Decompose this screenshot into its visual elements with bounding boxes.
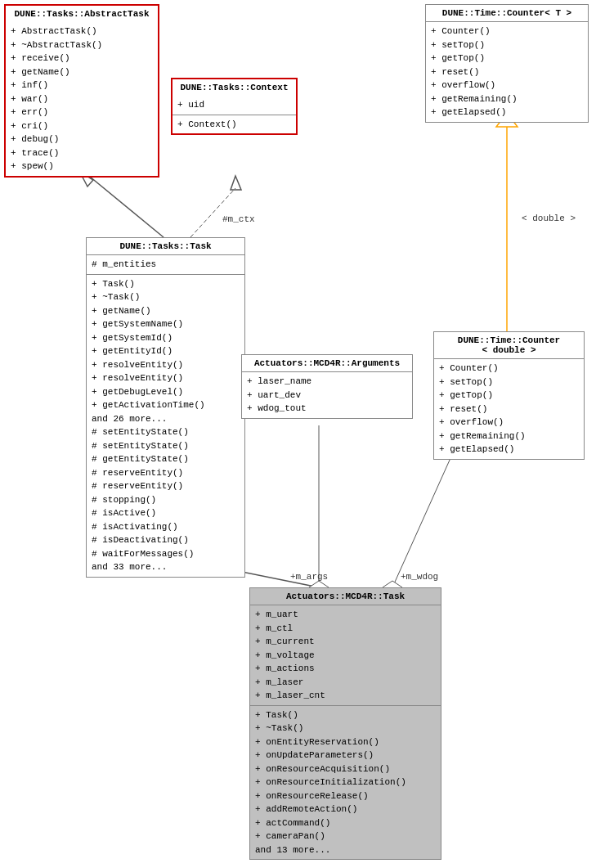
task-box: DUNE::Tasks::Task # m_entities + Task() … [86,237,245,578]
task-entities: # m_entities [87,255,244,275]
abstract-task-box: DUNE::Tasks::AbstractTask + AbstractTask… [4,4,159,178]
mcd4r-task-attributes: + m_uart + m_ctl + m_current + m_voltage… [250,605,441,706]
mcd4r-task-methods: + Task() + ~Task() + onEntityReservation… [250,706,441,860]
m-args-label: +m_args [290,572,328,582]
context-constructor: + Context() [173,115,296,134]
counter-double-members: + Counter() + setTop() + getTop() + rese… [434,359,584,459]
counter-t-members: + Counter() + setTop() + getTop() + rese… [426,22,588,122]
context-uid: + uid [173,96,296,115]
task-members: + Task() + ~Task() + getName() + getSyst… [87,275,244,577]
task-title: DUNE::Tasks::Task [87,238,244,255]
m-wdog-label: +m_wdog [401,572,438,582]
arguments-members: + laser_name + uart_dev + wdog_tout [242,372,412,418]
svg-line-15 [392,442,458,587]
mcd4r-task-title: Actuators::MCD4R::Task [250,588,441,605]
arguments-box: Actuators::MCD4R::Arguments + laser_name… [241,354,413,419]
arguments-title: Actuators::MCD4R::Arguments [242,355,412,372]
context-box: DUNE::Tasks::Context + uid + Context() [171,78,298,135]
abstract-task-title: DUNE::Tasks::AbstractTask [6,6,158,22]
double-label: < double > [522,214,576,223]
abstract-task-members: + AbstractTask() + ~AbstractTask() + rec… [6,22,158,176]
counter-double-box: DUNE::Time::Counter< double > + Counter(… [433,331,585,460]
mcd4r-task-box: Actuators::MCD4R::Task + m_uart + m_ctl … [249,587,441,860]
m-ctx-label: #m_ctx [222,214,255,224]
counter-t-box: DUNE::Time::Counter< T > + Counter() + s… [425,4,589,123]
context-title: DUNE::Tasks::Context [173,79,296,96]
svg-marker-8 [231,176,241,190]
svg-line-7 [190,188,235,237]
counter-t-title: DUNE::Time::Counter< T > [426,5,588,22]
svg-line-5 [90,177,164,237]
counter-double-title: DUNE::Time::Counter< double > [434,332,584,359]
